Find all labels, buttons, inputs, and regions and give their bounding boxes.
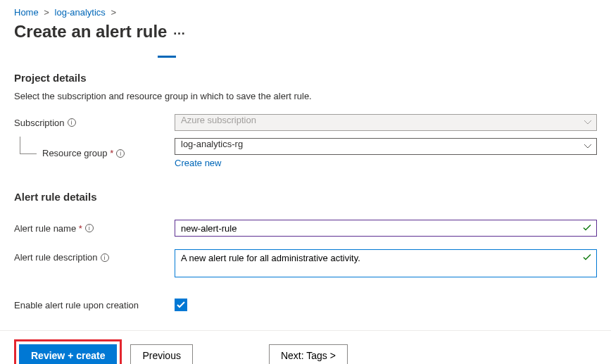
enable-label: Enable alert rule upon creation xyxy=(14,300,175,310)
breadcrumb-home[interactable]: Home xyxy=(14,7,39,18)
breadcrumb-parent[interactable]: log-analytics xyxy=(55,7,106,18)
alert-desc-label: Alert rule description i xyxy=(14,249,175,263)
resource-group-label: Resource group * i xyxy=(14,148,175,158)
project-details-subtext: Select the subscription and resource gro… xyxy=(14,91,597,101)
highlight-annotation: Review + create xyxy=(14,339,122,364)
create-new-link[interactable]: Create new xyxy=(175,158,221,168)
review-create-button[interactable]: Review + create xyxy=(19,344,117,364)
alert-name-label: Alert rule name * i xyxy=(14,223,175,234)
project-details-heading: Project details xyxy=(14,72,597,84)
subscription-label: Subscription i xyxy=(14,118,175,128)
enable-checkbox[interactable] xyxy=(175,299,187,311)
more-icon[interactable]: … xyxy=(167,23,185,37)
page-title: Create an alert rule… xyxy=(14,22,597,42)
info-icon[interactable]: i xyxy=(101,253,109,262)
alert-details-heading: Alert rule details xyxy=(14,191,597,203)
chevron-right-icon: > xyxy=(41,7,52,18)
next-button[interactable]: Next: Tags > xyxy=(269,344,348,364)
info-icon[interactable]: i xyxy=(68,118,76,127)
info-icon[interactable]: i xyxy=(116,149,125,158)
info-icon[interactable]: i xyxy=(85,224,94,232)
subscription-select: Azure subscription xyxy=(175,114,597,131)
alert-name-input[interactable] xyxy=(175,220,597,237)
wizard-footer: Review + create Previous Next: Tags > xyxy=(0,330,611,364)
breadcrumb: Home > log-analytics > xyxy=(0,7,611,18)
chevron-right-icon: > xyxy=(108,7,119,18)
resource-group-select[interactable]: log-analytics-rg xyxy=(175,138,597,155)
alert-desc-input[interactable] xyxy=(175,249,597,277)
previous-button[interactable]: Previous xyxy=(130,344,192,364)
